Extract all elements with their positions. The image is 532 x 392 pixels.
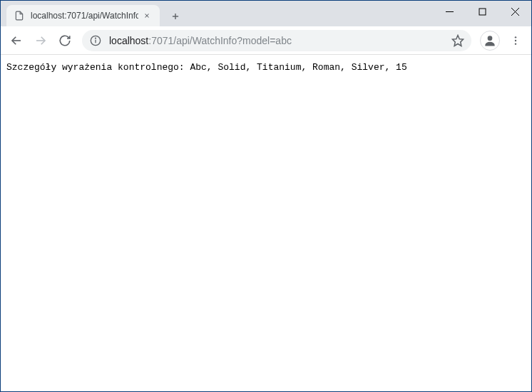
close-window-button[interactable] xyxy=(498,1,531,22)
bookmark-icon[interactable] xyxy=(451,34,464,47)
site-info-icon[interactable] xyxy=(89,34,102,47)
browser-window: localhost:7071/api/WatchInfo?m xyxy=(0,0,532,392)
url-text: localhost:7071/api/WatchInfo?model=abc xyxy=(109,35,446,46)
new-tab-button[interactable] xyxy=(165,6,185,26)
browser-tab[interactable]: localhost:7071/api/WatchInfo?m xyxy=(6,5,160,26)
toolbar: localhost:7071/api/WatchInfo?model=abc xyxy=(1,26,531,55)
back-button[interactable] xyxy=(5,29,28,52)
titlebar: localhost:7071/api/WatchInfo?m xyxy=(1,1,531,26)
file-icon xyxy=(14,10,25,21)
svg-point-16 xyxy=(515,39,516,41)
forward-button[interactable] xyxy=(29,29,52,52)
window-controls xyxy=(433,1,531,22)
profile-avatar[interactable] xyxy=(480,31,500,51)
minimize-button[interactable] xyxy=(433,1,466,22)
url-host: localhost xyxy=(109,35,148,46)
page-content: Szczegóły wyrażenia kontrolnego: Abc, So… xyxy=(1,55,531,391)
svg-marker-13 xyxy=(453,35,464,46)
reload-button[interactable] xyxy=(53,29,76,52)
maximize-button[interactable] xyxy=(466,1,498,22)
svg-point-17 xyxy=(515,43,516,44)
address-bar[interactable]: localhost:7071/api/WatchInfo?model=abc xyxy=(82,30,471,51)
tab-title: localhost:7071/api/WatchInfo?m xyxy=(31,11,138,21)
svg-point-12 xyxy=(96,38,96,38)
menu-button[interactable] xyxy=(504,29,527,52)
url-path: :7071/api/WatchInfo?model=abc xyxy=(148,35,292,46)
svg-rect-5 xyxy=(479,9,486,15)
svg-point-14 xyxy=(488,36,493,41)
tabs-area: localhost:7071/api/WatchInfo?m xyxy=(1,1,185,26)
svg-point-15 xyxy=(515,36,516,38)
close-tab-button[interactable] xyxy=(141,10,153,21)
